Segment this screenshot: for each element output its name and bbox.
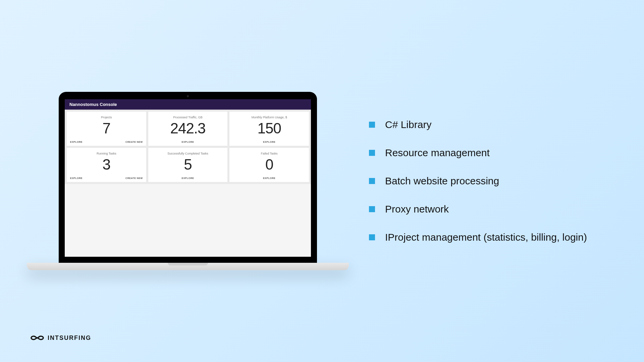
stat-label: Projects bbox=[101, 116, 112, 119]
brand-name: INTSURFING bbox=[48, 335, 91, 342]
stat-label: Running Tasks bbox=[97, 152, 116, 155]
infinity-logo-icon bbox=[30, 334, 44, 342]
explore-link[interactable]: EXPLORE bbox=[70, 141, 83, 143]
stat-card-completed: Successfully Completed Tasks 5 EXPLORE bbox=[148, 148, 228, 182]
stat-card-projects: Projects 7 EXPLORE CREATE NEW bbox=[67, 112, 146, 146]
stat-card-usage: Monthly Platform Usage, $ 150 EXPLORE bbox=[229, 112, 309, 146]
list-item: Proxy network bbox=[369, 203, 587, 215]
square-bullet-icon bbox=[369, 150, 375, 156]
stat-label: Processed Traffic, GB bbox=[173, 116, 202, 119]
feature-text: Proxy network bbox=[385, 203, 449, 215]
stat-value: 242.3 bbox=[170, 120, 205, 136]
console-title: Nannostomus Console bbox=[69, 102, 306, 107]
laptop-mockup: Nannostomus Console Projects 7 EXPLORE C… bbox=[27, 92, 349, 270]
list-item: Batch website processing bbox=[369, 175, 587, 187]
feature-text: C# Library bbox=[385, 119, 431, 130]
feature-text: IProject management (statistics, billing… bbox=[385, 232, 587, 243]
feature-text: Resource management bbox=[385, 147, 490, 159]
slide: Nannostomus Console Projects 7 EXPLORE C… bbox=[0, 0, 644, 362]
explore-link[interactable]: EXPLORE bbox=[182, 141, 194, 143]
feature-text: Batch website processing bbox=[385, 175, 499, 187]
stat-value: 7 bbox=[103, 120, 110, 136]
square-bullet-icon bbox=[369, 206, 375, 212]
explore-link[interactable]: EXPLORE bbox=[263, 177, 275, 179]
brand-footer: INTSURFING bbox=[30, 334, 91, 342]
create-new-link[interactable]: CREATE NEW bbox=[125, 177, 143, 179]
stat-value: 0 bbox=[265, 157, 273, 173]
stat-label: Failed Tasks bbox=[261, 152, 278, 155]
stat-label: Monthly Platform Usage, $ bbox=[252, 116, 287, 119]
stat-label: Successfully Completed Tasks bbox=[167, 152, 208, 155]
stat-card-failed: Failed Tasks 0 EXPLORE bbox=[229, 148, 309, 182]
stat-value: 150 bbox=[257, 120, 281, 136]
explore-link[interactable]: EXPLORE bbox=[182, 177, 194, 179]
dashboard-grid: Projects 7 EXPLORE CREATE NEW Processed … bbox=[65, 110, 311, 184]
console-header: Nannostomus Console bbox=[65, 99, 311, 110]
console-screen: Nannostomus Console Projects 7 EXPLORE C… bbox=[65, 99, 311, 257]
list-item: Resource management bbox=[369, 147, 587, 159]
stat-value: 5 bbox=[184, 157, 192, 173]
square-bullet-icon bbox=[369, 122, 375, 128]
create-new-link[interactable]: CREATE NEW bbox=[125, 141, 143, 143]
list-item: C# Library bbox=[369, 119, 587, 130]
laptop-screen-frame: Nannostomus Console Projects 7 EXPLORE C… bbox=[59, 92, 317, 263]
stat-card-running: Running Tasks 3 EXPLORE CREATE NEW bbox=[67, 148, 146, 182]
list-item: IProject management (statistics, billing… bbox=[369, 232, 587, 243]
feature-list: C# Library Resource management Batch web… bbox=[369, 119, 587, 243]
stat-value: 3 bbox=[103, 157, 110, 173]
square-bullet-icon bbox=[369, 234, 375, 240]
laptop-base bbox=[27, 263, 349, 270]
explore-link[interactable]: EXPLORE bbox=[70, 177, 83, 179]
explore-link[interactable]: EXPLORE bbox=[263, 141, 275, 143]
stat-card-traffic: Processed Traffic, GB 242.3 EXPLORE bbox=[148, 112, 228, 146]
square-bullet-icon bbox=[369, 178, 375, 184]
